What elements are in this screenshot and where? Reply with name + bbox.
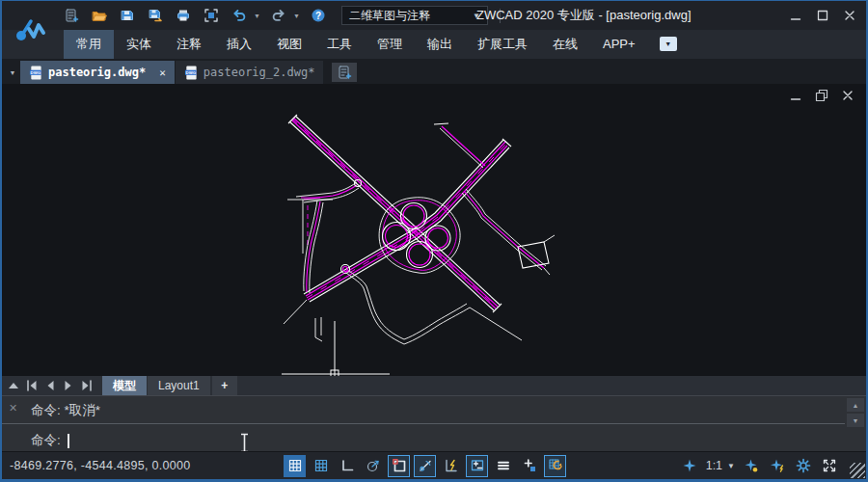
ribbon-tab[interactable]: 管理 [365, 30, 415, 59]
road-interchange-drawing [2, 84, 866, 376]
dynamic-input-icon[interactable] [440, 455, 462, 477]
fullscreen-icon[interactable] [820, 456, 839, 475]
ribbon-tab[interactable]: 常用 [64, 30, 114, 59]
nav-next-icon[interactable] [60, 377, 76, 394]
ribbon-collapse-button[interactable]: ▼ [660, 37, 677, 51]
mdi-close-button[interactable] [839, 88, 856, 103]
status-bar: -8469.2776, -4544.4895, 0.0000 1:1 ▼ [2, 451, 866, 479]
ribbon-tab[interactable]: 实体 [114, 30, 164, 59]
dropdown-caret-icon[interactable]: ▼ [293, 13, 300, 19]
svg-text:DWG: DWG [185, 69, 196, 74]
open-folder-icon[interactable] [90, 6, 109, 25]
ortho-mode-icon[interactable] [336, 455, 358, 477]
app-menu-button[interactable] [2, 1, 58, 59]
ribbon-tab[interactable]: 输出 [415, 30, 465, 59]
settings-gear-icon[interactable] [794, 456, 813, 475]
command-separator [2, 423, 845, 424]
ribbon-tab[interactable]: 扩展工具 [465, 30, 540, 59]
quick-access-toolbar: ▼▼? [62, 6, 328, 25]
dwg-file-icon: DWG [184, 66, 198, 80]
chevron-down-icon[interactable]: ▼ [727, 462, 735, 470]
command-prompt: 命令: [31, 432, 61, 449]
command-history-line: 命令: *取消* [31, 402, 100, 419]
ribbon-tab-bar: 常用实体注释插入视图工具管理输出扩展工具在线APP+ ▼ [2, 30, 866, 59]
scroll-up-icon[interactable]: ▲ [847, 398, 864, 412]
workspace-selector[interactable]: 二维草图与注释 ▼ [341, 6, 488, 25]
annotation-refresh-icon[interactable] [544, 455, 566, 477]
document-tab-bar: ▼ DWGpasteorig.dwg*✕DWGpasteorig_2.dwg* [2, 59, 866, 84]
ribbon-tab[interactable]: 在线 [540, 30, 590, 59]
document-tab-label: pasteorig.dwg* [48, 66, 146, 79]
redo-icon[interactable] [269, 6, 288, 25]
zwcad-application-window: ▼▼? 二维草图与注释 ▼ ZWCAD 2020 专业版 - [pasteori… [0, 0, 868, 482]
save-as-icon[interactable] [146, 6, 165, 25]
ribbon-tab[interactable]: APP+ [590, 30, 648, 59]
text-caret [68, 434, 69, 448]
lineweight-icon[interactable] [466, 455, 488, 477]
annotation-scale-icon[interactable] [680, 456, 699, 475]
svg-text:?: ? [315, 11, 321, 21]
svg-text:DWG: DWG [31, 69, 41, 74]
nav-prev-icon[interactable] [41, 377, 58, 394]
window-controls [785, 6, 866, 25]
workspace-selector-value: 二维草图与注释 [349, 8, 430, 24]
snap-mode-icon[interactable] [310, 455, 332, 477]
preview-icon[interactable] [202, 6, 221, 25]
layout-menu-icon[interactable] [5, 377, 21, 394]
annotation-add-icon[interactable] [518, 455, 540, 477]
document-tab-label: pasteorig_2.dwg* [203, 66, 315, 79]
ribbon-tab[interactable]: 注释 [164, 30, 214, 59]
document-tab-menu-icon[interactable]: ▼ [5, 61, 20, 84]
document-tab[interactable]: DWGpasteorig_2.dwg* [176, 61, 324, 84]
maximize-button[interactable] [812, 6, 833, 25]
dropdown-caret-icon[interactable]: ▼ [254, 13, 260, 19]
nav-last-icon[interactable] [78, 377, 95, 394]
status-toggles [284, 455, 566, 477]
ribbon-tab[interactable]: 工具 [314, 30, 365, 59]
close-button[interactable] [839, 6, 860, 25]
undo-icon[interactable] [230, 6, 249, 25]
object-snap-tracking-icon[interactable] [414, 455, 436, 477]
document-tab[interactable]: DWGpasteorig.dwg*✕ [20, 61, 175, 84]
status-right-cluster: 1:1 ▼ [680, 456, 839, 475]
close-tab-icon[interactable]: ✕ [159, 67, 166, 79]
annotation-visibility-icon[interactable] [742, 456, 761, 475]
drawing-viewport[interactable] [2, 84, 866, 376]
ribbon-tab[interactable]: 视图 [264, 30, 314, 59]
ribbon-tab[interactable]: 插入 [214, 30, 264, 59]
layout-tab[interactable]: Layout1 [148, 376, 210, 395]
new-file-icon[interactable] [62, 6, 81, 25]
menu-icon[interactable] [492, 455, 514, 477]
grid-display-icon[interactable] [284, 455, 306, 477]
close-command-panel-icon[interactable]: ✕ [9, 402, 17, 415]
title-bar: ▼▼? 二维草图与注释 ▼ ZWCAD 2020 专业版 - [pasteori… [2, 1, 866, 30]
save-icon[interactable] [118, 6, 137, 25]
nav-first-icon[interactable] [23, 377, 40, 394]
object-snap-icon[interactable] [388, 455, 410, 477]
mdi-minimize-button[interactable] [787, 88, 804, 103]
layout-tab-bar: 模型Layout1 + [2, 376, 866, 395]
mdi-window-controls [787, 88, 856, 103]
mdi-restore-button[interactable] [813, 88, 830, 103]
help-icon[interactable]: ? [309, 6, 328, 25]
annotation-auto-icon[interactable] [768, 456, 787, 475]
print-icon[interactable] [174, 6, 193, 25]
window-title: ZWCAD 2020 专业版 - [pasteorig.dwg] [476, 1, 692, 30]
resize-grip[interactable] [850, 463, 865, 478]
polar-tracking-icon[interactable] [362, 455, 384, 477]
add-layout-button[interactable]: + [212, 376, 237, 395]
scroll-down-icon[interactable]: ▼ [847, 414, 864, 427]
zwcad-logo-icon [13, 13, 47, 47]
command-line-panel[interactable]: ✕ 命令: *取消* 命令: ▲ ▼ [2, 395, 866, 451]
coordinates-readout: -8469.2776, -4544.4895, 0.0000 [10, 459, 191, 472]
minimize-button[interactable] [785, 6, 806, 25]
layout-tab[interactable]: 模型 [102, 376, 147, 395]
new-document-tab-button[interactable] [332, 63, 357, 82]
annotation-scale-value[interactable]: 1:1 [706, 459, 722, 472]
command-scrollbar: ▲ ▼ [847, 398, 864, 427]
dwg-file-icon: DWG [29, 66, 42, 80]
